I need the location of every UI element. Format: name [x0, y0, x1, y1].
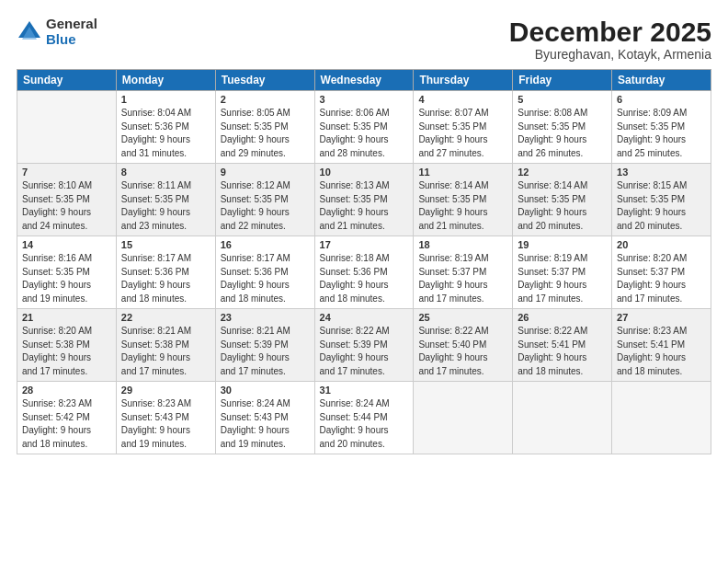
location-subtitle: Byureghavan, Kotayk, Armenia: [509, 47, 711, 62]
weekday-header-tuesday: Tuesday: [215, 70, 314, 91]
page: General Blue December 2025 Byureghavan, …: [0, 0, 728, 563]
calendar-day-cell: 25Sunrise: 8:22 AMSunset: 5:40 PMDayligh…: [414, 309, 513, 382]
day-info: Sunrise: 8:23 AMSunset: 5:42 PMDaylight:…: [22, 397, 111, 451]
day-info: Sunrise: 8:24 AMSunset: 5:44 PMDaylight:…: [320, 397, 409, 451]
weekday-header-saturday: Saturday: [612, 70, 711, 91]
day-number: 28: [22, 385, 111, 396]
calendar-day-cell: 16Sunrise: 8:17 AMSunset: 5:36 PMDayligh…: [215, 236, 314, 309]
day-info: Sunrise: 8:20 AMSunset: 5:38 PMDaylight:…: [22, 325, 111, 378]
calendar-body: 1Sunrise: 8:04 AMSunset: 5:36 PMDaylight…: [17, 91, 711, 454]
day-number: 7: [22, 167, 111, 178]
day-number: 30: [221, 385, 310, 396]
day-info: Sunrise: 8:07 AMSunset: 5:35 PMDaylight:…: [418, 107, 507, 160]
day-number: 1: [121, 94, 210, 105]
calendar-day-cell: 21Sunrise: 8:20 AMSunset: 5:38 PMDayligh…: [17, 309, 117, 382]
calendar-week-row: 28Sunrise: 8:23 AMSunset: 5:42 PMDayligh…: [17, 382, 711, 454]
calendar-day-cell: [17, 91, 117, 164]
calendar-day-cell: 17Sunrise: 8:18 AMSunset: 5:36 PMDayligh…: [314, 236, 414, 309]
calendar-day-cell: 1Sunrise: 8:04 AMSunset: 5:36 PMDaylight…: [116, 91, 215, 164]
calendar-day-cell: 14Sunrise: 8:16 AMSunset: 5:35 PMDayligh…: [17, 236, 117, 309]
calendar-day-cell: 5Sunrise: 8:08 AMSunset: 5:35 PMDaylight…: [513, 91, 612, 164]
day-number: 24: [320, 312, 409, 323]
day-number: 21: [22, 312, 111, 323]
day-number: 26: [518, 312, 607, 323]
day-info: Sunrise: 8:10 AMSunset: 5:35 PMDaylight:…: [22, 179, 111, 233]
header: General Blue December 2025 Byureghavan, …: [17, 17, 711, 62]
day-info: Sunrise: 8:09 AMSunset: 5:35 PMDaylight:…: [617, 107, 706, 160]
day-info: Sunrise: 8:21 AMSunset: 5:39 PMDaylight:…: [221, 325, 310, 378]
day-info: Sunrise: 8:18 AMSunset: 5:36 PMDaylight:…: [320, 252, 409, 305]
day-number: 31: [320, 385, 409, 396]
calendar-week-row: 14Sunrise: 8:16 AMSunset: 5:35 PMDayligh…: [17, 236, 711, 309]
title-block: December 2025 Byureghavan, Kotayk, Armen…: [509, 17, 711, 62]
day-info: Sunrise: 8:17 AMSunset: 5:36 PMDaylight:…: [221, 252, 310, 305]
calendar-day-cell: 9Sunrise: 8:12 AMSunset: 5:35 PMDaylight…: [215, 164, 314, 236]
day-info: Sunrise: 8:16 AMSunset: 5:35 PMDaylight:…: [22, 252, 111, 305]
calendar-day-cell: 18Sunrise: 8:19 AMSunset: 5:37 PMDayligh…: [414, 236, 513, 309]
calendar-week-row: 21Sunrise: 8:20 AMSunset: 5:38 PMDayligh…: [17, 309, 711, 382]
day-info: Sunrise: 8:04 AMSunset: 5:36 PMDaylight:…: [121, 107, 210, 160]
day-number: 17: [320, 239, 409, 250]
calendar-day-cell: 4Sunrise: 8:07 AMSunset: 5:35 PMDaylight…: [414, 91, 513, 164]
day-info: Sunrise: 8:22 AMSunset: 5:40 PMDaylight:…: [418, 325, 507, 378]
day-info: Sunrise: 8:11 AMSunset: 5:35 PMDaylight:…: [121, 179, 210, 233]
day-info: Sunrise: 8:20 AMSunset: 5:37 PMDaylight:…: [617, 252, 706, 305]
weekday-header-friday: Friday: [513, 70, 612, 91]
calendar-day-cell: 20Sunrise: 8:20 AMSunset: 5:37 PMDayligh…: [612, 236, 711, 309]
day-number: 20: [617, 239, 706, 250]
calendar-week-row: 1Sunrise: 8:04 AMSunset: 5:36 PMDaylight…: [17, 91, 711, 164]
calendar-day-cell: 31Sunrise: 8:24 AMSunset: 5:44 PMDayligh…: [314, 382, 414, 454]
day-number: 14: [22, 239, 111, 250]
day-number: 27: [617, 312, 706, 323]
month-title: December 2025: [509, 17, 711, 47]
day-info: Sunrise: 8:14 AMSunset: 5:35 PMDaylight:…: [518, 179, 607, 233]
day-info: Sunrise: 8:17 AMSunset: 5:36 PMDaylight:…: [121, 252, 210, 305]
logo-text: General Blue: [46, 17, 97, 47]
weekday-header-row: SundayMondayTuesdayWednesdayThursdayFrid…: [17, 70, 711, 91]
calendar-day-cell: 19Sunrise: 8:19 AMSunset: 5:37 PMDayligh…: [513, 236, 612, 309]
calendar-day-cell: [414, 382, 513, 454]
day-number: 5: [518, 94, 607, 105]
day-info: Sunrise: 8:12 AMSunset: 5:35 PMDaylight:…: [221, 179, 310, 233]
calendar-day-cell: [612, 382, 711, 454]
day-number: 2: [221, 94, 310, 105]
calendar-day-cell: 28Sunrise: 8:23 AMSunset: 5:42 PMDayligh…: [17, 382, 117, 454]
calendar-day-cell: 15Sunrise: 8:17 AMSunset: 5:36 PMDayligh…: [116, 236, 215, 309]
day-number: 10: [320, 167, 409, 178]
day-info: Sunrise: 8:08 AMSunset: 5:35 PMDaylight:…: [518, 107, 607, 160]
calendar-day-cell: 27Sunrise: 8:23 AMSunset: 5:41 PMDayligh…: [612, 309, 711, 382]
day-info: Sunrise: 8:19 AMSunset: 5:37 PMDaylight:…: [418, 252, 507, 305]
weekday-header-thursday: Thursday: [414, 70, 513, 91]
day-info: Sunrise: 8:13 AMSunset: 5:35 PMDaylight:…: [320, 179, 409, 233]
day-info: Sunrise: 8:21 AMSunset: 5:38 PMDaylight:…: [121, 325, 210, 378]
day-number: 16: [221, 239, 310, 250]
day-number: 6: [617, 94, 706, 105]
calendar-week-row: 7Sunrise: 8:10 AMSunset: 5:35 PMDaylight…: [17, 164, 711, 236]
calendar-day-cell: [513, 382, 612, 454]
calendar-day-cell: 2Sunrise: 8:05 AMSunset: 5:35 PMDaylight…: [215, 91, 314, 164]
day-number: 15: [121, 239, 210, 250]
weekday-header-monday: Monday: [116, 70, 215, 91]
day-info: Sunrise: 8:22 AMSunset: 5:39 PMDaylight:…: [320, 325, 409, 378]
day-info: Sunrise: 8:05 AMSunset: 5:35 PMDaylight:…: [221, 107, 310, 160]
day-info: Sunrise: 8:06 AMSunset: 5:35 PMDaylight:…: [320, 107, 409, 160]
calendar-day-cell: 13Sunrise: 8:15 AMSunset: 5:35 PMDayligh…: [612, 164, 711, 236]
day-number: 11: [418, 167, 507, 178]
day-number: 29: [121, 385, 210, 396]
logo-general-label: General: [46, 17, 97, 32]
calendar-day-cell: 10Sunrise: 8:13 AMSunset: 5:35 PMDayligh…: [314, 164, 414, 236]
logo-icon: [17, 19, 42, 45]
day-number: 8: [121, 167, 210, 178]
day-number: 4: [418, 94, 507, 105]
day-info: Sunrise: 8:23 AMSunset: 5:43 PMDaylight:…: [121, 397, 210, 451]
calendar-header: SundayMondayTuesdayWednesdayThursdayFrid…: [17, 70, 711, 91]
day-number: 9: [221, 167, 310, 178]
day-number: 19: [518, 239, 607, 250]
day-number: 23: [221, 312, 310, 323]
day-info: Sunrise: 8:24 AMSunset: 5:43 PMDaylight:…: [221, 397, 310, 451]
day-number: 13: [617, 167, 706, 178]
calendar-day-cell: 26Sunrise: 8:22 AMSunset: 5:41 PMDayligh…: [513, 309, 612, 382]
day-number: 22: [121, 312, 210, 323]
calendar-day-cell: 7Sunrise: 8:10 AMSunset: 5:35 PMDaylight…: [17, 164, 117, 236]
day-info: Sunrise: 8:23 AMSunset: 5:41 PMDaylight:…: [617, 325, 706, 378]
